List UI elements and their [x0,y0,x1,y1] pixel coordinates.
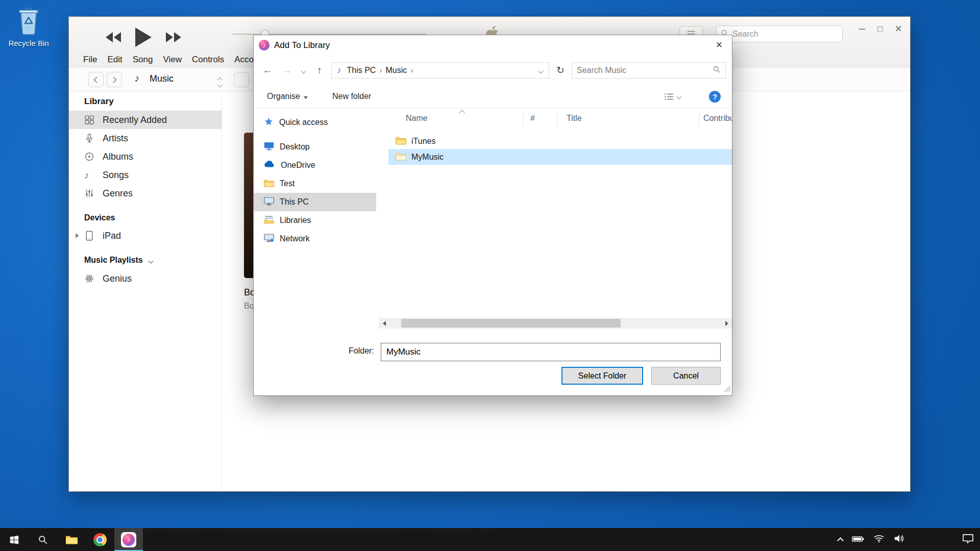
network-icon [264,234,274,244]
play-button[interactable] [135,28,152,49]
scroll-left-button[interactable] [379,318,389,329]
itunes-taskbar-button[interactable]: ♪ [114,528,143,551]
itunes-icon: ♪ [121,532,136,547]
search-icon[interactable] [713,65,721,76]
library-header: Library [84,96,114,107]
view-options-button[interactable] [234,72,249,87]
media-selector-down-icon[interactable] [218,80,222,89]
wifi-icon[interactable] [873,534,885,545]
disclosure-triangle-icon[interactable] [76,233,79,238]
help-button[interactable]: ? [709,91,721,103]
folder-icon [264,179,274,189]
resize-grip[interactable] [724,385,731,394]
sidebar-item-genres[interactable]: Genres [69,184,222,203]
column-title[interactable]: Title [557,110,699,127]
maximize-button[interactable]: □ [877,24,883,33]
dialog-search-input[interactable] [577,66,709,75]
file-row-mymusic[interactable]: MyMusic [388,149,732,165]
dialog-close-button[interactable]: × [706,35,732,55]
tree-item-libraries[interactable]: Libraries [254,211,376,230]
add-to-library-dialog: ♪ Add To Library × ← → ↑ ♪ This PC › Mus… [253,35,732,396]
organise-button[interactable]: Organise [267,92,308,101]
cancel-button[interactable]: Cancel [651,367,721,385]
menu-view[interactable]: View [163,55,182,65]
sidebar-item-artists[interactable]: Artists [69,129,222,147]
scrollbar-thumb[interactable] [401,319,621,328]
tree-item-onedrive[interactable]: OneDrive [254,156,376,174]
horizontal-scrollbar[interactable] [379,318,732,329]
chevron-left-icon [93,77,100,83]
nav-back-button[interactable] [88,72,104,87]
back-button[interactable]: ← [260,65,275,76]
column-contributing-artists[interactable]: Contributing artists [699,110,732,127]
file-row-itunes[interactable]: iTunes [388,133,732,149]
column-headers: Name # Title Contributing artists [388,110,732,127]
dialog-titlebar[interactable]: ♪ Add To Library [254,35,732,55]
volume-icon[interactable] [894,534,905,545]
hidden-icons-chevron-icon[interactable] [837,537,844,544]
file-list: Name # Title Contributing artists iTunes… [388,109,732,329]
forward-button[interactable]: → [279,65,295,76]
up-button[interactable]: ↑ [312,65,327,76]
recycle-bin[interactable]: Recycle Bin [8,6,49,47]
nav-forward-button[interactable] [107,72,122,87]
minimize-button[interactable]: – [859,23,865,34]
file-explorer-button[interactable] [57,528,86,551]
folder-name-input[interactable] [381,343,721,361]
desktop-icon [264,142,274,153]
media-selector-label[interactable]: Music [150,73,174,84]
close-button[interactable]: × [895,23,902,35]
sidebar-item-ipad[interactable]: iPad [69,227,222,245]
fast-forward-button[interactable] [166,32,181,44]
tree-item-network[interactable]: Network [254,230,376,248]
tree-item-test[interactable]: Test [254,174,376,193]
sidebar-item-songs[interactable]: ♪ Songs [69,166,222,184]
tree-item-quick-access[interactable]: Quick access [254,113,376,132]
tree-item-desktop[interactable]: Desktop [254,138,376,156]
breadcrumb-music[interactable]: Music [382,66,410,75]
transport-controls [106,24,181,53]
breadcrumb-this-pc[interactable]: This PC [344,66,380,75]
chevron-right-icon[interactable]: › [410,66,413,74]
chrome-button[interactable] [86,528,114,551]
menu-song[interactable]: Song [133,55,153,65]
navigation-pane: Quick access Desktop OneDrive Test This … [254,109,376,329]
sidebar-item-albums[interactable]: Albums [69,147,222,166]
itunes-search-box [716,26,843,42]
itunes-app-icon: ♪ [259,40,270,51]
new-folder-button[interactable]: New folder [332,92,371,101]
taskbar-search-button[interactable] [29,528,57,551]
menu-edit[interactable]: Edit [107,55,122,65]
column-number[interactable]: # [524,110,557,127]
menu-bar: File Edit Song View Controls Account [69,53,266,66]
sidebar-item-recently-added[interactable]: Recently Added [69,111,222,129]
tree-item-this-pc[interactable]: This PC [254,193,376,211]
start-button[interactable] [0,528,29,551]
sidebar-item-genius[interactable]: Genius [69,269,222,288]
column-name[interactable]: Name [388,110,524,127]
dialog-search-box [572,62,726,79]
recent-locations-chevron-icon[interactable] [299,66,308,75]
microphone-icon [84,133,94,145]
scroll-right-button[interactable] [721,318,732,329]
menu-controls[interactable]: Controls [192,55,224,65]
album-subtitle[interactable]: Bo [244,302,254,311]
refresh-icon[interactable]: ↻ [553,64,568,76]
recycle-bin-icon [16,29,41,37]
devices-header: Devices [84,213,115,222]
rewind-button[interactable] [106,32,121,44]
itunes-search-input[interactable] [732,30,838,39]
address-bar[interactable]: ♪ This PC › Music › [331,62,549,79]
atom-icon [84,273,94,286]
folder-label: Folder: [349,346,374,356]
tray-spacer [914,539,953,540]
desktop: Recycle Bin – □ × File [0,0,980,551]
action-center-icon[interactable] [962,534,974,545]
dialog-body: Quick access Desktop OneDrive Test This … [254,109,732,329]
battery-icon[interactable] [852,535,864,544]
address-dropdown-icon[interactable] [539,66,546,75]
playlists-header[interactable]: Music Playlists [84,256,153,265]
change-view-button[interactable] [664,93,681,101]
select-folder-button[interactable]: Select Folder [561,367,643,385]
menu-file[interactable]: File [83,55,97,65]
